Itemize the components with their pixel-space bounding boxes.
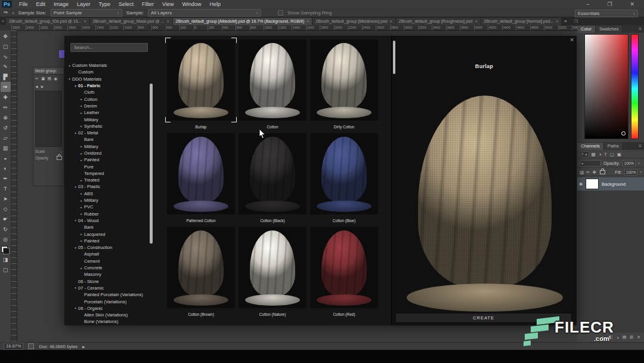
visibility-eye-icon[interactable]: ◉ [579, 182, 583, 186]
tree-item-bone-variations-[interactable]: Bone (Variations) [64, 318, 149, 324]
eraser-tool[interactable]: ▱ [1, 133, 11, 143]
tree-arrow-icon[interactable]: ▸ [79, 205, 84, 209]
menu-item-type[interactable]: Type [95, 1, 115, 7]
tab-overflow-icon[interactable]: » [562, 18, 569, 25]
tree-item-rubber[interactable]: ▸Rubber [64, 211, 149, 217]
tree-item-03-plastic[interactable]: ▾03 - Plastic [64, 183, 149, 190]
type-tool[interactable]: T [1, 183, 11, 193]
tree-item-leather[interactable]: ▸Leather [64, 109, 149, 116]
chevron-right-icon[interactable]: ▸ [60, 150, 62, 153]
tree-item-custom[interactable]: Custom [64, 69, 149, 75]
tree-arrow-icon[interactable]: ▾ [73, 131, 78, 135]
smart-object-filter-icon[interactable]: ▣ [617, 152, 621, 157]
chevron-down-icon[interactable]: ▾ [13, 11, 14, 15]
tree-arrow-icon[interactable]: ▸ [79, 212, 84, 216]
tree-arrow-icon[interactable]: ▸ [79, 192, 84, 195]
tree-arrow-icon[interactable]: ▾ [73, 185, 78, 189]
tree-arrow-icon[interactable]: ▸ [79, 97, 84, 101]
marquee-tool[interactable]: ▢ [1, 41, 11, 51]
layer-thumbnail[interactable] [586, 179, 599, 189]
eyedropper-tool[interactable]: ✑ [1, 82, 11, 92]
tree-item-01-fabric[interactable]: ▾01 - Fabric [64, 82, 149, 89]
material-tile-cotton-brown-[interactable]: Cotton (Brown) [167, 227, 235, 318]
close-tab-icon[interactable]: × [556, 18, 558, 25]
color-picker-marker[interactable] [621, 131, 626, 136]
eyedropper-icon[interactable]: ✑ [4, 10, 8, 16]
close-icon[interactable]: ✕ [569, 37, 574, 43]
tree-item-military[interactable]: Military [64, 116, 149, 122]
tree-item-ddo-materials[interactable]: ▾DDO Materials [64, 76, 149, 82]
tree-arrow-icon[interactable]: ▸ [79, 124, 84, 128]
menu-item-filter[interactable]: Filter [138, 1, 158, 7]
tree-arrow-icon[interactable]: ▾ [73, 286, 78, 290]
tree-item-concrete[interactable]: ▸Concrete [64, 264, 149, 271]
history-brush-tool[interactable]: ↺ [1, 122, 11, 133]
tree-arrow-icon[interactable]: ▸ [79, 144, 84, 148]
tree-arrow-icon[interactable]: ▸ [79, 266, 84, 270]
sample-size-select[interactable]: Point Sample↕ [51, 9, 122, 17]
tree-arrow-icon[interactable]: ▸ [79, 239, 84, 242]
tree-arrow-icon[interactable]: ▸ [79, 111, 84, 115]
tab-paths[interactable]: Paths [604, 143, 623, 150]
material-tile-cotton-blue-[interactable]: Cotton (Blue) [310, 133, 378, 224]
tab-swatches[interactable]: Swatches [596, 26, 623, 33]
zoom-level-field[interactable]: 16.67% [4, 343, 23, 350]
opacity-value[interactable]: 100% [623, 160, 636, 167]
status-arrow-icon[interactable]: ▶ [82, 344, 85, 349]
next-arrow-icon[interactable]: ▶ [41, 84, 44, 88]
quick-selection-tool[interactable]: ✎ [1, 61, 11, 72]
layer-row-background[interactable]: ◉ Background [577, 177, 644, 190]
menu-item-select[interactable]: Select [114, 1, 138, 7]
tree-item-porcelain-variations-[interactable]: Porcelain (Variations) [64, 298, 149, 304]
tree-item-military[interactable]: ▸Military [64, 197, 149, 204]
tree-arrow-icon[interactable]: ▸ [79, 158, 84, 162]
zoom-tool[interactable]: ◎ [1, 234, 11, 244]
path-selection-tool[interactable]: ➤ [1, 193, 11, 204]
menu-item-help[interactable]: Help [205, 1, 225, 7]
adjustment-filter-icon[interactable]: ◑ [599, 152, 602, 157]
fill-value[interactable]: 100% [624, 169, 638, 176]
tree-item-treated[interactable]: ▸Treated [64, 177, 149, 183]
tree-item-pure[interactable]: Pure [64, 163, 149, 170]
tree-item-lacquered[interactable]: ▸Lacquered [64, 230, 149, 237]
material-tile-dirty-cotton[interactable]: Dirty Cotton [310, 39, 378, 130]
tree-item-cotton[interactable]: ▸Cotton [64, 96, 149, 102]
document-tab-2[interactable]: ZBrush_default_group [AlbedoM].psd @ 16.… [173, 18, 313, 25]
tree-arrow-icon[interactable]: ▾ [67, 77, 72, 81]
tree-item-cloth[interactable]: Cloth [64, 89, 149, 96]
lock-transparency-icon[interactable]: ▨ [580, 170, 584, 175]
close-tab-icon[interactable]: × [83, 18, 86, 25]
tree-arrow-icon[interactable]: ▸ [79, 179, 84, 182]
menu-item-view[interactable]: View [158, 1, 178, 7]
lock-all-icon[interactable] [600, 170, 605, 174]
tree-item-synthetic[interactable]: ▸Synthetic [64, 123, 149, 130]
healing-brush-tool[interactable]: ✚ [1, 92, 11, 102]
panel-menu-icon[interactable]: ≡ [639, 26, 644, 33]
layers-icon[interactable]: ▤ [48, 76, 52, 81]
tree-item-07-ceramic[interactable]: ▾07 - Ceramic [64, 285, 149, 291]
quick-mask-icon[interactable]: ◨ [1, 254, 11, 264]
document-tab-3[interactable]: ZBrush_default_group [Metalness].psd× [312, 18, 395, 25]
material-tile-cotton-black-[interactable]: Cotton (Black) [239, 133, 306, 224]
tree-item-04-wood[interactable]: ▾04 - Wood [64, 217, 149, 224]
tree-item-asphalt[interactable]: Asphalt [64, 251, 149, 257]
menu-item-window[interactable]: Window [178, 1, 205, 7]
tree-item-bare[interactable]: Bare [64, 136, 149, 143]
tree-arrow-icon[interactable]: ▾ [73, 219, 78, 222]
close-tab-icon[interactable]: × [166, 18, 169, 25]
workspace-select[interactable]: Essentials↕ [575, 10, 638, 17]
lock-move-icon[interactable]: ✥ [592, 170, 596, 175]
material-tile-cotton-red-[interactable]: Cotton (Red) [310, 227, 378, 318]
tree-arrow-icon[interactable]: ▸ [79, 199, 84, 202]
hand-tool[interactable]: ☛ [1, 214, 11, 224]
tab-channels[interactable]: Channels [577, 143, 604, 150]
tree-arrow-icon[interactable]: ▸ [79, 232, 84, 236]
document-tab-1[interactable]: ZBrush_default_group_Mask.psd @ ...× [90, 18, 173, 25]
gradient-tool[interactable]: ▥ [1, 143, 11, 153]
pen-tool[interactable]: ✒ [1, 173, 11, 183]
tree-scrollbar[interactable] [150, 84, 153, 244]
tree-arrow-icon[interactable]: ▾ [73, 246, 78, 250]
close-icon[interactable]: ✕ [630, 1, 634, 7]
tree-arrow-icon[interactable]: ▸ [79, 152, 84, 155]
delete-layer-icon[interactable]: ✕ [637, 335, 640, 340]
